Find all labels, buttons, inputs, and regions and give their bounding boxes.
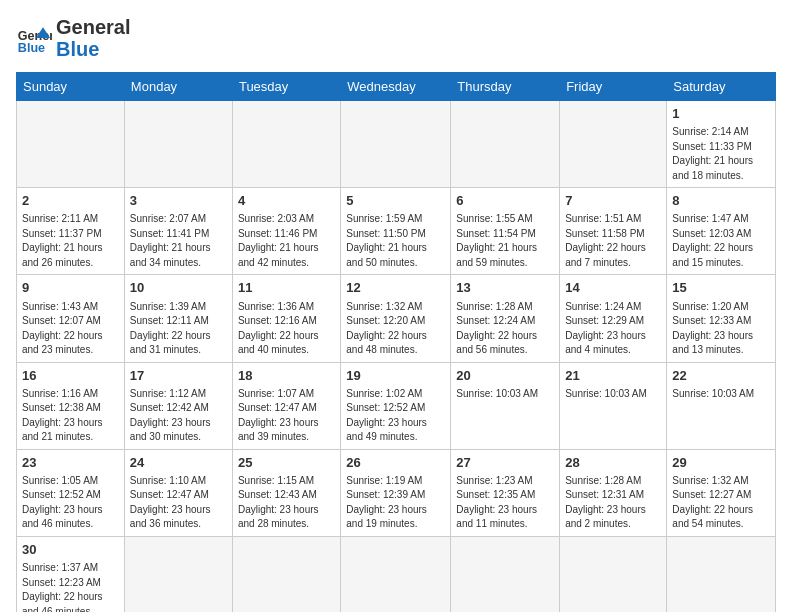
day-info: Sunrise: 10:03 AM: [456, 387, 554, 402]
day-number: 5: [346, 192, 445, 210]
weekday-header-monday: Monday: [124, 73, 232, 101]
calendar-cell: 2Sunrise: 2:11 AM Sunset: 11:37 PM Dayli…: [17, 188, 125, 275]
day-number: 12: [346, 279, 445, 297]
calendar-cell: 19Sunrise: 1:02 AM Sunset: 12:52 AM Dayl…: [341, 362, 451, 449]
day-number: 11: [238, 279, 335, 297]
calendar-cell: 26Sunrise: 1:19 AM Sunset: 12:39 AM Dayl…: [341, 449, 451, 536]
day-info: Sunrise: 2:07 AM Sunset: 11:41 PM Daylig…: [130, 212, 227, 270]
day-info: Sunrise: 1:47 AM Sunset: 12:03 AM Daylig…: [672, 212, 770, 270]
calendar-cell: 25Sunrise: 1:15 AM Sunset: 12:43 AM Dayl…: [232, 449, 340, 536]
weekday-header-wednesday: Wednesday: [341, 73, 451, 101]
calendar-cell: 16Sunrise: 1:16 AM Sunset: 12:38 AM Dayl…: [17, 362, 125, 449]
calendar-cell: 17Sunrise: 1:12 AM Sunset: 12:42 AM Dayl…: [124, 362, 232, 449]
day-number: 28: [565, 454, 661, 472]
weekday-header-tuesday: Tuesday: [232, 73, 340, 101]
day-info: Sunrise: 1:24 AM Sunset: 12:29 AM Daylig…: [565, 300, 661, 358]
calendar-cell: 5Sunrise: 1:59 AM Sunset: 11:50 PM Dayli…: [341, 188, 451, 275]
day-info: Sunrise: 1:36 AM Sunset: 12:16 AM Daylig…: [238, 300, 335, 358]
day-number: 13: [456, 279, 554, 297]
day-number: 10: [130, 279, 227, 297]
day-number: 1: [672, 105, 770, 123]
week-row-0: 1Sunrise: 2:14 AM Sunset: 11:33 PM Dayli…: [17, 101, 776, 188]
day-number: 14: [565, 279, 661, 297]
day-number: 26: [346, 454, 445, 472]
calendar-cell: 13Sunrise: 1:28 AM Sunset: 12:24 AM Dayl…: [451, 275, 560, 362]
day-info: Sunrise: 1:19 AM Sunset: 12:39 AM Daylig…: [346, 474, 445, 532]
week-row-1: 2Sunrise: 2:11 AM Sunset: 11:37 PM Dayli…: [17, 188, 776, 275]
day-number: 2: [22, 192, 119, 210]
logo-icon: General Blue: [16, 20, 52, 56]
calendar-cell: [232, 101, 340, 188]
day-number: 9: [22, 279, 119, 297]
day-number: 20: [456, 367, 554, 385]
calendar-cell: [451, 536, 560, 612]
day-info: Sunrise: 1:20 AM Sunset: 12:33 AM Daylig…: [672, 300, 770, 358]
calendar-cell: 21Sunrise: 10:03 AM: [560, 362, 667, 449]
day-number: 23: [22, 454, 119, 472]
calendar-cell: 23Sunrise: 1:05 AM Sunset: 12:52 AM Dayl…: [17, 449, 125, 536]
day-number: 25: [238, 454, 335, 472]
day-info: Sunrise: 2:03 AM Sunset: 11:46 PM Daylig…: [238, 212, 335, 270]
calendar-cell: [667, 536, 776, 612]
calendar-cell: [17, 101, 125, 188]
day-info: Sunrise: 1:05 AM Sunset: 12:52 AM Daylig…: [22, 474, 119, 532]
calendar-cell: 24Sunrise: 1:10 AM Sunset: 12:47 AM Dayl…: [124, 449, 232, 536]
week-row-2: 9Sunrise: 1:43 AM Sunset: 12:07 AM Dayli…: [17, 275, 776, 362]
calendar-cell: 20Sunrise: 10:03 AM: [451, 362, 560, 449]
day-number: 16: [22, 367, 119, 385]
calendar-cell: 30Sunrise: 1:37 AM Sunset: 12:23 AM Dayl…: [17, 536, 125, 612]
logo-text: GeneralBlue: [56, 16, 130, 60]
day-info: Sunrise: 1:51 AM Sunset: 11:58 PM Daylig…: [565, 212, 661, 270]
calendar-cell: 8Sunrise: 1:47 AM Sunset: 12:03 AM Dayli…: [667, 188, 776, 275]
calendar-cell: 4Sunrise: 2:03 AM Sunset: 11:46 PM Dayli…: [232, 188, 340, 275]
day-info: Sunrise: 1:32 AM Sunset: 12:27 AM Daylig…: [672, 474, 770, 532]
calendar-cell: 29Sunrise: 1:32 AM Sunset: 12:27 AM Dayl…: [667, 449, 776, 536]
calendar-cell: [341, 101, 451, 188]
calendar-cell: 14Sunrise: 1:24 AM Sunset: 12:29 AM Dayl…: [560, 275, 667, 362]
calendar-cell: 18Sunrise: 1:07 AM Sunset: 12:47 AM Dayl…: [232, 362, 340, 449]
day-number: 3: [130, 192, 227, 210]
day-info: Sunrise: 10:03 AM: [565, 387, 661, 402]
calendar-cell: 28Sunrise: 1:28 AM Sunset: 12:31 AM Dayl…: [560, 449, 667, 536]
calendar-cell: 11Sunrise: 1:36 AM Sunset: 12:16 AM Dayl…: [232, 275, 340, 362]
calendar-cell: 1Sunrise: 2:14 AM Sunset: 11:33 PM Dayli…: [667, 101, 776, 188]
calendar-cell: 6Sunrise: 1:55 AM Sunset: 11:54 PM Dayli…: [451, 188, 560, 275]
calendar-cell: [232, 536, 340, 612]
day-number: 22: [672, 367, 770, 385]
day-info: Sunrise: 1:28 AM Sunset: 12:31 AM Daylig…: [565, 474, 661, 532]
week-row-5: 30Sunrise: 1:37 AM Sunset: 12:23 AM Dayl…: [17, 536, 776, 612]
calendar-cell: 22Sunrise: 10:03 AM: [667, 362, 776, 449]
day-number: 30: [22, 541, 119, 559]
calendar-cell: 3Sunrise: 2:07 AM Sunset: 11:41 PM Dayli…: [124, 188, 232, 275]
calendar-cell: [124, 536, 232, 612]
day-info: Sunrise: 10:03 AM: [672, 387, 770, 402]
day-info: Sunrise: 1:39 AM Sunset: 12:11 AM Daylig…: [130, 300, 227, 358]
day-number: 6: [456, 192, 554, 210]
weekday-header-saturday: Saturday: [667, 73, 776, 101]
day-number: 7: [565, 192, 661, 210]
day-number: 17: [130, 367, 227, 385]
day-info: Sunrise: 1:55 AM Sunset: 11:54 PM Daylig…: [456, 212, 554, 270]
day-number: 8: [672, 192, 770, 210]
weekday-header-sunday: Sunday: [17, 73, 125, 101]
svg-text:Blue: Blue: [18, 41, 45, 55]
calendar-cell: 15Sunrise: 1:20 AM Sunset: 12:33 AM Dayl…: [667, 275, 776, 362]
calendar-cell: 10Sunrise: 1:39 AM Sunset: 12:11 AM Dayl…: [124, 275, 232, 362]
day-info: Sunrise: 1:07 AM Sunset: 12:47 AM Daylig…: [238, 387, 335, 445]
day-info: Sunrise: 1:43 AM Sunset: 12:07 AM Daylig…: [22, 300, 119, 358]
day-number: 15: [672, 279, 770, 297]
calendar-cell: [124, 101, 232, 188]
weekday-header-row: SundayMondayTuesdayWednesdayThursdayFrid…: [17, 73, 776, 101]
day-number: 27: [456, 454, 554, 472]
day-info: Sunrise: 1:23 AM Sunset: 12:35 AM Daylig…: [456, 474, 554, 532]
weekday-header-thursday: Thursday: [451, 73, 560, 101]
calendar-cell: 9Sunrise: 1:43 AM Sunset: 12:07 AM Dayli…: [17, 275, 125, 362]
day-number: 21: [565, 367, 661, 385]
calendar-cell: 7Sunrise: 1:51 AM Sunset: 11:58 PM Dayli…: [560, 188, 667, 275]
day-info: Sunrise: 2:11 AM Sunset: 11:37 PM Daylig…: [22, 212, 119, 270]
header: General Blue GeneralBlue: [16, 16, 776, 60]
weekday-header-friday: Friday: [560, 73, 667, 101]
calendar-cell: [341, 536, 451, 612]
calendar: SundayMondayTuesdayWednesdayThursdayFrid…: [16, 72, 776, 612]
day-number: 18: [238, 367, 335, 385]
